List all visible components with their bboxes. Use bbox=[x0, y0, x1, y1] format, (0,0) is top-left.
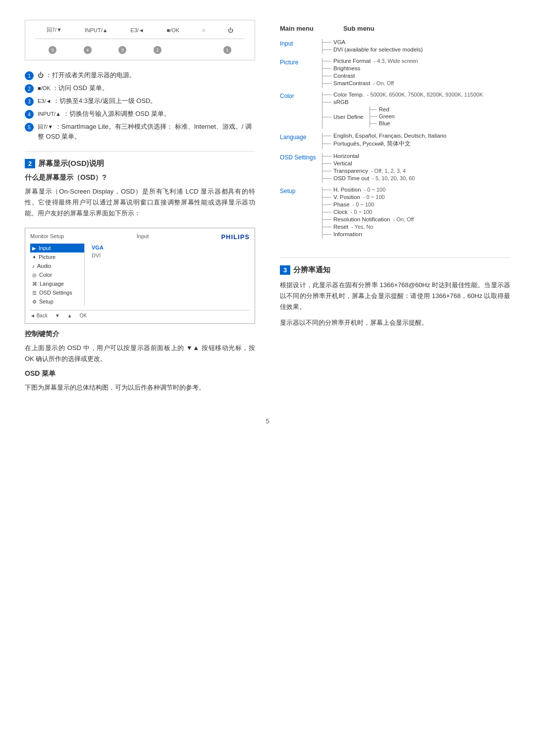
instr-badge-4: 4 bbox=[25, 110, 34, 119]
tree-header-main: Main menu bbox=[280, 25, 314, 32]
section2-number: 2 bbox=[25, 159, 35, 168]
control-intro-block: 控制键简介 在上面显示的 OSD 中，用户可以按显示器前面板上的 ▼▲ 按钮移动… bbox=[25, 330, 255, 393]
color-icon: ◎ bbox=[32, 272, 37, 278]
tree-input-branches: VGA DVI (available for selective models) bbox=[322, 39, 423, 54]
instr-text-4: INPUT/▲ ：切换信号输入源和调整 OSD 菜单。 bbox=[38, 109, 170, 119]
tree-input-row: Input VGA DVI (available for selective m… bbox=[280, 39, 510, 54]
tree-green: Green bbox=[370, 113, 395, 119]
osd-menu-audio: ♪Audio bbox=[30, 261, 84, 270]
button-bar-diagram: 回7/▼ INPUT/▲ E3/◄ ■/OK ○ ⏻ 5 4 3 2 1 bbox=[25, 20, 255, 60]
tree-osd-settings-row: OSD Settings Horizontal Vertical Transpa… bbox=[280, 153, 510, 183]
tree-red: Red bbox=[370, 106, 395, 112]
section2-body1: 屏幕显示（On-Screen Display，OSD）是所有飞利浦 LCD 显示… bbox=[25, 186, 255, 219]
tree-setup-label: Setup bbox=[280, 187, 322, 239]
philips-logo: PHILIPS bbox=[221, 233, 250, 241]
tree-input-label: Input bbox=[280, 39, 322, 54]
btn-num-1: 1 bbox=[223, 46, 231, 54]
tree-blue: Blue bbox=[370, 120, 395, 126]
osd-menu-color: ◎Color bbox=[30, 270, 84, 279]
instruction-item-5: 5 回7/▼ ：SmartImage Lite。有三种模式供选择： 标准、Int… bbox=[25, 122, 255, 141]
section3-number: 3 bbox=[280, 265, 290, 275]
instruction-item-3: 3 E3/◄ ：切换至4:3显示/返回上一级 OSD。 bbox=[25, 96, 255, 106]
tree-lang-1: English, Español, Français, Deutsch, Ita… bbox=[322, 133, 446, 139]
instr-text-1: ⏻ ：打开或者关闭显示器的电源。 bbox=[38, 70, 136, 80]
instr-badge-3: 3 bbox=[25, 97, 34, 106]
btn-label-4: ■/OK bbox=[166, 27, 179, 33]
btn-label-6: ⏻ bbox=[228, 27, 233, 33]
tree-resolution-notification: Resolution Notification - On, Off bbox=[322, 216, 414, 222]
instr-badge-1: 1 bbox=[25, 71, 34, 80]
instruction-list: 1 ⏻ ：打开或者关闭显示器的电源。 2 ■/OK ：访问 OSD 菜单。 3 … bbox=[25, 70, 255, 141]
section3-body2: 显示器以不同的分辨率开机时，屏幕上会显示提醒。 bbox=[280, 317, 510, 328]
tree-horizontal: Horizontal bbox=[322, 153, 415, 159]
btn-label-3: E3/◄ bbox=[130, 27, 144, 33]
osd-demo-diagram: Monitor Setup Input PHILIPS ▶Input ✦Pict… bbox=[25, 228, 255, 324]
section3-block: 3 分辨率通知 根据设计，此显示器在固有分辨率 1366×768@60Hz 时达… bbox=[280, 265, 510, 328]
osd-col1-header: Monitor Setup bbox=[30, 233, 64, 241]
tree-color-branches: Color Temp. - 5000K, 6500K, 7500K, 8200K… bbox=[322, 92, 483, 129]
tree-input-vga: VGA bbox=[322, 39, 423, 45]
tree-picture-row: Picture Picture Format - 4:3, Wide scree… bbox=[280, 58, 510, 88]
tree-osd-timeout: OSD Time out - 5, 10, 20, 30, 60 bbox=[322, 175, 415, 181]
tree-setup-branches: H. Position - 0 ~ 100 V. Position - 0 ~ … bbox=[322, 187, 414, 239]
picture-icon: ✦ bbox=[32, 254, 36, 260]
setup-icon: ⚙ bbox=[32, 299, 37, 304]
section3-body1: 根据设计，此显示器在固有分辨率 1366×768@60Hz 时达到最佳性能。当显… bbox=[280, 280, 510, 312]
instr-text-2: ■/OK ：访问 OSD 菜单。 bbox=[38, 83, 108, 93]
tree-srgb: sRGB bbox=[322, 99, 483, 105]
tree-setup-row: Setup H. Position - 0 ~ 100 V. Position … bbox=[280, 187, 510, 239]
tree-header-sub: Sub menu bbox=[343, 25, 374, 32]
tree-phase: Phase - 0 ~ 100 bbox=[322, 202, 414, 207]
audio-icon: ♪ bbox=[32, 263, 35, 269]
tree-picture-label: Picture bbox=[280, 58, 322, 88]
tree-clock: Clock - 0 ~ 100 bbox=[322, 209, 414, 215]
input-icon: ▶ bbox=[32, 246, 36, 251]
language-icon: ⌘ bbox=[32, 281, 37, 287]
osd-footer-up: ▲ bbox=[67, 313, 72, 318]
osd-menu-language: ⌘Language bbox=[30, 279, 84, 288]
tree-color-row: Color Color Temp. - 5000K, 6500K, 7500K,… bbox=[280, 92, 510, 129]
tree-transparency: Transparency - Off, 1, 2, 3, 4 bbox=[322, 168, 415, 174]
btn-label-5: ○ bbox=[202, 27, 206, 33]
btn-num-2: 2 bbox=[154, 46, 161, 54]
tree-language-row: Language English, Español, Français, Deu… bbox=[280, 133, 510, 149]
tree-h-position: H. Position - 0 ~ 100 bbox=[322, 187, 414, 193]
page-number: 5 bbox=[25, 417, 510, 425]
tree-color-label: Color bbox=[280, 92, 322, 129]
btn-label-2: INPUT/▲ bbox=[85, 27, 108, 33]
osd-menu-body: 下图为屏幕显示的总体结构图，可为以后作各种调节时的参考。 bbox=[25, 382, 255, 393]
tree-color-temp: Color Temp. - 5000K, 6500K, 7500K, 8200K… bbox=[322, 92, 483, 98]
tree-reset: Reset - Yes, No bbox=[322, 224, 414, 230]
osd-menu-title: OSD 菜单 bbox=[25, 369, 255, 378]
instruction-item-1: 1 ⏻ ：打开或者关闭显示器的电源。 bbox=[25, 70, 255, 80]
tree-picture-branches: Picture Format - 4:3, Wide screen Bright… bbox=[322, 58, 418, 88]
osd-footer-back: ◄ Back bbox=[30, 313, 48, 318]
tree-language-branches: English, Español, Français, Deutsch, Ita… bbox=[322, 133, 446, 149]
section2-subtitle: 什么是屏幕显示（OSD）? bbox=[25, 173, 255, 182]
instruction-item-4: 4 INPUT/▲ ：切换信号输入源和调整 OSD 菜单。 bbox=[25, 109, 255, 119]
tree-smartcontrast: SmartContrast - On, Off bbox=[322, 80, 418, 86]
instr-text-5: 回7/▼ ：SmartImage Lite。有三种模式供选择： 标准、Inter… bbox=[38, 122, 255, 141]
osd-sub-vga: VGA bbox=[90, 244, 250, 252]
section2-header: 2 屏幕显示(OSD)说明 什么是屏幕显示（OSD）? 屏幕显示（On-Scre… bbox=[25, 159, 255, 219]
osd-footer-down: ▼ bbox=[55, 313, 60, 318]
tree-contrast: Contrast bbox=[322, 73, 418, 79]
tree-brightness: Brightness bbox=[322, 65, 418, 71]
instr-badge-2: 2 bbox=[25, 84, 34, 93]
osd-menu-osd-settings: ☰OSD Settings bbox=[30, 288, 84, 297]
osd-menu-setup: ⚙Setup bbox=[30, 297, 84, 306]
tree-user-define: User Define Red Green Blue bbox=[322, 106, 483, 127]
osd-tree: Main menu Sub menu Input VGA DVI (availa… bbox=[280, 20, 510, 248]
osd-settings-icon: ☰ bbox=[32, 290, 37, 296]
tree-osd-settings-branches: Horizontal Vertical Transparency - Off, … bbox=[322, 153, 415, 183]
osd-sub-dvi: DVI bbox=[90, 252, 250, 259]
btn-num-5: 5 bbox=[49, 46, 56, 54]
osd-col2-header: Input bbox=[137, 233, 149, 241]
control-title: 控制键简介 bbox=[25, 330, 255, 339]
tree-picture-format: Picture Format - 4:3, Wide screen bbox=[322, 58, 418, 64]
instruction-item-2: 2 ■/OK ：访问 OSD 菜单。 bbox=[25, 83, 255, 93]
osd-footer-ok: OK bbox=[80, 313, 87, 318]
tree-information: Information bbox=[322, 231, 414, 237]
instr-badge-5: 5 bbox=[25, 123, 34, 132]
btn-label-1: 回7/▼ bbox=[47, 26, 62, 34]
